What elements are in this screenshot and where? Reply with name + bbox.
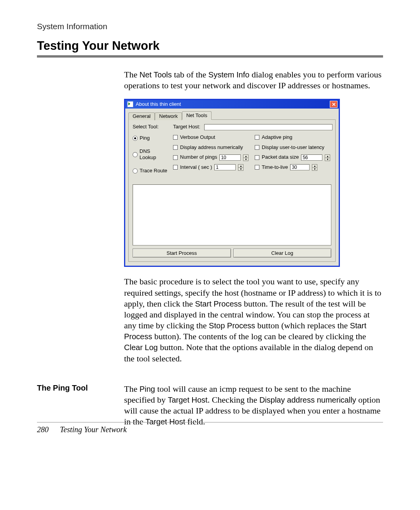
- target-host-label: Target Host:: [173, 124, 200, 130]
- radio-icon: [133, 168, 138, 174]
- start-process-button[interactable]: Start Process: [133, 249, 231, 258]
- tab-nettools[interactable]: Net Tools: [182, 111, 212, 120]
- radio-icon: [133, 152, 138, 157]
- interval-spinner[interactable]: ▲▼: [238, 164, 243, 170]
- size-spinner[interactable]: ▲▼: [325, 154, 330, 161]
- radio-trace-label: Trace Route: [140, 168, 167, 174]
- radio-ping[interactable]: Ping: [133, 135, 168, 142]
- footer-title: Testing Your Network: [60, 425, 127, 434]
- size-label: Packet data size: [262, 154, 299, 161]
- latency-label: Display user-to-user latency: [262, 144, 324, 151]
- ttl-spinner[interactable]: ▲▼: [312, 164, 317, 170]
- target-host-input[interactable]: [204, 124, 332, 130]
- close-icon[interactable]: ✕: [330, 101, 338, 108]
- checkbox-verbose[interactable]: [173, 135, 178, 140]
- tab-general[interactable]: General: [128, 112, 155, 121]
- tab-strip: General Network Net Tools: [128, 111, 336, 119]
- interval-label: Interval ( sec ): [180, 164, 212, 171]
- page-number: 280: [37, 425, 49, 434]
- radio-dns[interactable]: DNS Lookup: [133, 148, 168, 161]
- checkbox-numeric[interactable]: [173, 145, 178, 150]
- count-spinner[interactable]: ▲▼: [243, 154, 248, 161]
- tab-network[interactable]: Network: [155, 112, 182, 121]
- breadcrumb: System Information: [37, 22, 383, 31]
- app-icon: [127, 101, 133, 107]
- radio-dns-label: DNS Lookup: [140, 148, 168, 161]
- radio-icon: [133, 136, 138, 141]
- dialog-titlebar: About this thin client ✕: [125, 100, 339, 109]
- output-log[interactable]: [133, 184, 331, 245]
- interval-input[interactable]: [214, 164, 236, 170]
- nettools-panel: Select Tool: Ping DNS Lookup: [128, 119, 336, 262]
- checkbox-adaptive[interactable]: [255, 135, 259, 140]
- about-dialog: About this thin client ✕ General Network…: [124, 99, 340, 267]
- footer-rule: [37, 422, 383, 422]
- size-input[interactable]: [301, 154, 322, 161]
- verbose-label: Verbose Output: [180, 134, 215, 141]
- checkbox-latency[interactable]: [255, 145, 259, 150]
- ping-tool-paragraph: The Ping tool will cause an icmp request…: [124, 384, 383, 428]
- checkbox-count[interactable]: [173, 155, 178, 160]
- radio-ping-label: Ping: [140, 135, 150, 142]
- count-label: Number of pings: [180, 154, 217, 161]
- checkbox-size[interactable]: [255, 155, 259, 160]
- heading-rule: [37, 55, 383, 58]
- procedure-paragraph: The basic procedure is to select the too…: [124, 276, 383, 364]
- page-heading: Testing Your Network: [37, 39, 383, 53]
- section-ping-tool-label: The Ping Tool: [37, 384, 115, 393]
- page-footer: 280 Testing Your Network: [37, 425, 127, 434]
- radio-trace[interactable]: Trace Route: [133, 168, 168, 174]
- ttl-label: Time-to-live: [262, 164, 288, 171]
- ttl-input[interactable]: [290, 164, 310, 170]
- intro-paragraph: The Net Tools tab of the System Info dia…: [124, 69, 383, 91]
- adaptive-label: Adaptive ping: [262, 134, 292, 141]
- select-tool-label: Select Tool:: [133, 124, 168, 130]
- count-input[interactable]: [219, 154, 241, 161]
- checkbox-ttl[interactable]: [255, 165, 259, 170]
- numeric-label: Display address numerically: [180, 144, 243, 151]
- checkbox-interval[interactable]: [173, 165, 178, 170]
- clear-log-button[interactable]: Clear Log: [233, 249, 332, 258]
- dialog-title: About this thin client: [136, 101, 330, 108]
